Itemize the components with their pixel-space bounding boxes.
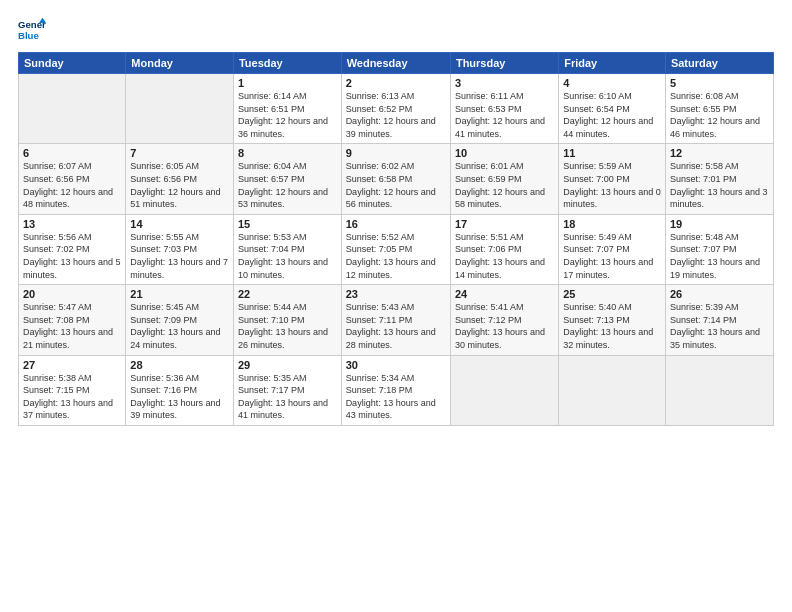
calendar-cell: 29Sunrise: 5:35 AMSunset: 7:17 PMDayligh… xyxy=(233,355,341,425)
day-info: Sunrise: 5:56 AMSunset: 7:02 PMDaylight:… xyxy=(23,231,121,281)
day-info: Sunrise: 5:38 AMSunset: 7:15 PMDaylight:… xyxy=(23,372,121,422)
day-info: Sunrise: 5:58 AMSunset: 7:01 PMDaylight:… xyxy=(670,160,769,210)
calendar-week-row: 20Sunrise: 5:47 AMSunset: 7:08 PMDayligh… xyxy=(19,285,774,355)
day-info: Sunrise: 6:04 AMSunset: 6:57 PMDaylight:… xyxy=(238,160,337,210)
day-info: Sunrise: 5:45 AMSunset: 7:09 PMDaylight:… xyxy=(130,301,229,351)
calendar-cell: 24Sunrise: 5:41 AMSunset: 7:12 PMDayligh… xyxy=(450,285,558,355)
day-info: Sunrise: 5:41 AMSunset: 7:12 PMDaylight:… xyxy=(455,301,554,351)
day-info: Sunrise: 6:01 AMSunset: 6:59 PMDaylight:… xyxy=(455,160,554,210)
day-number: 21 xyxy=(130,288,229,300)
calendar-cell: 19Sunrise: 5:48 AMSunset: 7:07 PMDayligh… xyxy=(665,214,773,284)
day-info: Sunrise: 6:14 AMSunset: 6:51 PMDaylight:… xyxy=(238,90,337,140)
day-info: Sunrise: 6:07 AMSunset: 6:56 PMDaylight:… xyxy=(23,160,121,210)
calendar-cell: 7Sunrise: 6:05 AMSunset: 6:56 PMDaylight… xyxy=(126,144,234,214)
day-info: Sunrise: 5:59 AMSunset: 7:00 PMDaylight:… xyxy=(563,160,661,210)
calendar-cell: 5Sunrise: 6:08 AMSunset: 6:55 PMDaylight… xyxy=(665,74,773,144)
calendar-cell: 3Sunrise: 6:11 AMSunset: 6:53 PMDaylight… xyxy=(450,74,558,144)
day-number: 17 xyxy=(455,218,554,230)
day-info: Sunrise: 5:40 AMSunset: 7:13 PMDaylight:… xyxy=(563,301,661,351)
calendar-cell xyxy=(559,355,666,425)
day-number: 10 xyxy=(455,147,554,159)
day-number: 3 xyxy=(455,77,554,89)
day-number: 6 xyxy=(23,147,121,159)
day-info: Sunrise: 5:49 AMSunset: 7:07 PMDaylight:… xyxy=(563,231,661,281)
calendar-cell xyxy=(126,74,234,144)
calendar-cell: 9Sunrise: 6:02 AMSunset: 6:58 PMDaylight… xyxy=(341,144,450,214)
day-number: 18 xyxy=(563,218,661,230)
day-number: 15 xyxy=(238,218,337,230)
day-info: Sunrise: 5:36 AMSunset: 7:16 PMDaylight:… xyxy=(130,372,229,422)
calendar-week-row: 13Sunrise: 5:56 AMSunset: 7:02 PMDayligh… xyxy=(19,214,774,284)
day-number: 23 xyxy=(346,288,446,300)
calendar-header-row: SundayMondayTuesdayWednesdayThursdayFrid… xyxy=(19,53,774,74)
day-info: Sunrise: 5:44 AMSunset: 7:10 PMDaylight:… xyxy=(238,301,337,351)
day-number: 29 xyxy=(238,359,337,371)
day-number: 2 xyxy=(346,77,446,89)
day-number: 24 xyxy=(455,288,554,300)
weekday-header: Wednesday xyxy=(341,53,450,74)
day-info: Sunrise: 5:51 AMSunset: 7:06 PMDaylight:… xyxy=(455,231,554,281)
day-info: Sunrise: 6:10 AMSunset: 6:54 PMDaylight:… xyxy=(563,90,661,140)
calendar-cell: 6Sunrise: 6:07 AMSunset: 6:56 PMDaylight… xyxy=(19,144,126,214)
day-info: Sunrise: 5:39 AMSunset: 7:14 PMDaylight:… xyxy=(670,301,769,351)
weekday-header: Friday xyxy=(559,53,666,74)
calendar-cell: 1Sunrise: 6:14 AMSunset: 6:51 PMDaylight… xyxy=(233,74,341,144)
day-number: 1 xyxy=(238,77,337,89)
calendar-cell: 18Sunrise: 5:49 AMSunset: 7:07 PMDayligh… xyxy=(559,214,666,284)
day-number: 9 xyxy=(346,147,446,159)
weekday-header: Saturday xyxy=(665,53,773,74)
weekday-header: Thursday xyxy=(450,53,558,74)
calendar-cell: 26Sunrise: 5:39 AMSunset: 7:14 PMDayligh… xyxy=(665,285,773,355)
calendar-cell xyxy=(450,355,558,425)
day-info: Sunrise: 6:05 AMSunset: 6:56 PMDaylight:… xyxy=(130,160,229,210)
calendar-cell: 15Sunrise: 5:53 AMSunset: 7:04 PMDayligh… xyxy=(233,214,341,284)
calendar-cell xyxy=(665,355,773,425)
calendar-week-row: 27Sunrise: 5:38 AMSunset: 7:15 PMDayligh… xyxy=(19,355,774,425)
day-info: Sunrise: 5:53 AMSunset: 7:04 PMDaylight:… xyxy=(238,231,337,281)
day-number: 7 xyxy=(130,147,229,159)
calendar-table: SundayMondayTuesdayWednesdayThursdayFrid… xyxy=(18,52,774,426)
calendar-cell: 13Sunrise: 5:56 AMSunset: 7:02 PMDayligh… xyxy=(19,214,126,284)
day-number: 25 xyxy=(563,288,661,300)
day-info: Sunrise: 5:52 AMSunset: 7:05 PMDaylight:… xyxy=(346,231,446,281)
calendar-cell: 23Sunrise: 5:43 AMSunset: 7:11 PMDayligh… xyxy=(341,285,450,355)
calendar-cell: 25Sunrise: 5:40 AMSunset: 7:13 PMDayligh… xyxy=(559,285,666,355)
calendar-cell xyxy=(19,74,126,144)
calendar-week-row: 1Sunrise: 6:14 AMSunset: 6:51 PMDaylight… xyxy=(19,74,774,144)
calendar-week-row: 6Sunrise: 6:07 AMSunset: 6:56 PMDaylight… xyxy=(19,144,774,214)
day-number: 11 xyxy=(563,147,661,159)
weekday-header: Tuesday xyxy=(233,53,341,74)
calendar-cell: 14Sunrise: 5:55 AMSunset: 7:03 PMDayligh… xyxy=(126,214,234,284)
svg-text:Blue: Blue xyxy=(18,30,39,41)
day-info: Sunrise: 5:34 AMSunset: 7:18 PMDaylight:… xyxy=(346,372,446,422)
day-info: Sunrise: 5:43 AMSunset: 7:11 PMDaylight:… xyxy=(346,301,446,351)
calendar-cell: 28Sunrise: 5:36 AMSunset: 7:16 PMDayligh… xyxy=(126,355,234,425)
calendar-cell: 17Sunrise: 5:51 AMSunset: 7:06 PMDayligh… xyxy=(450,214,558,284)
calendar-cell: 8Sunrise: 6:04 AMSunset: 6:57 PMDaylight… xyxy=(233,144,341,214)
day-number: 4 xyxy=(563,77,661,89)
logo: General Blue xyxy=(18,16,46,44)
day-info: Sunrise: 6:02 AMSunset: 6:58 PMDaylight:… xyxy=(346,160,446,210)
day-number: 5 xyxy=(670,77,769,89)
calendar-cell: 20Sunrise: 5:47 AMSunset: 7:08 PMDayligh… xyxy=(19,285,126,355)
day-number: 8 xyxy=(238,147,337,159)
logo-icon: General Blue xyxy=(18,16,46,44)
day-info: Sunrise: 6:13 AMSunset: 6:52 PMDaylight:… xyxy=(346,90,446,140)
day-number: 12 xyxy=(670,147,769,159)
calendar-cell: 22Sunrise: 5:44 AMSunset: 7:10 PMDayligh… xyxy=(233,285,341,355)
day-number: 26 xyxy=(670,288,769,300)
day-number: 14 xyxy=(130,218,229,230)
calendar-cell: 4Sunrise: 6:10 AMSunset: 6:54 PMDaylight… xyxy=(559,74,666,144)
day-number: 22 xyxy=(238,288,337,300)
calendar-cell: 21Sunrise: 5:45 AMSunset: 7:09 PMDayligh… xyxy=(126,285,234,355)
day-number: 30 xyxy=(346,359,446,371)
calendar-cell: 12Sunrise: 5:58 AMSunset: 7:01 PMDayligh… xyxy=(665,144,773,214)
day-number: 28 xyxy=(130,359,229,371)
day-info: Sunrise: 5:48 AMSunset: 7:07 PMDaylight:… xyxy=(670,231,769,281)
weekday-header: Sunday xyxy=(19,53,126,74)
day-number: 16 xyxy=(346,218,446,230)
header: General Blue xyxy=(18,16,774,44)
day-info: Sunrise: 5:55 AMSunset: 7:03 PMDaylight:… xyxy=(130,231,229,281)
day-number: 20 xyxy=(23,288,121,300)
calendar-cell: 30Sunrise: 5:34 AMSunset: 7:18 PMDayligh… xyxy=(341,355,450,425)
